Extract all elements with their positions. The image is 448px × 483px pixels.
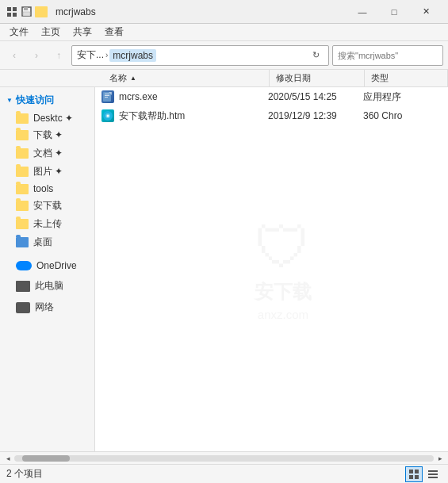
svg-rect-16 [415, 470, 419, 473]
column-headers: 名称 ▲ 修改日期 类型 [0, 70, 448, 87]
network-icon [16, 302, 30, 313]
svg-rect-17 [409, 475, 413, 479]
pics-folder-icon [16, 167, 29, 177]
thispc-icon [16, 281, 30, 292]
sidebar-item-downloads[interactable]: 下载 ✦ [0, 126, 94, 144]
main-content: ▼ 快速访问 Desktc ✦ 下载 ✦ 文档 ✦ 图片 ✦ tools 安下载 [0, 87, 448, 451]
scroll-track[interactable] [14, 455, 434, 462]
status-count: 2 个项目 [6, 467, 43, 481]
svg-rect-3 [13, 13, 17, 17]
svg-rect-0 [7, 7, 11, 11]
list-view-button[interactable] [424, 466, 442, 482]
file-date-cell: 2019/12/9 12:39 [268, 110, 363, 121]
menu-file[interactable]: 文件 [3, 24, 35, 40]
svg-rect-5 [24, 7, 28, 10]
sort-arrow: ▲ [130, 75, 136, 82]
status-bar: 2 个项目 [0, 464, 448, 483]
svg-rect-2 [7, 13, 11, 17]
watermark: 🛡 安下载 anxz.com [255, 218, 312, 320]
refresh-button[interactable]: ↻ [308, 48, 324, 63]
window-controls: — □ ✕ [347, 0, 442, 24]
chevron-down-icon: ▼ [6, 97, 13, 104]
file-type-cell: 360 Chro [363, 110, 442, 121]
maximize-button[interactable]: □ [378, 0, 410, 24]
file-date-cell: 2020/5/15 14:25 [268, 91, 363, 102]
file-row[interactable]: mcrs.exe 2020/5/15 14:25 应用程序 [95, 87, 448, 106]
sidebar-item-tools[interactable]: tools [0, 181, 94, 197]
svg-rect-18 [415, 475, 419, 479]
nav-bar: ‹ › ↑ 安下... › mcrjwabs ↻ 🔍 [0, 41, 448, 70]
col-header-name[interactable]: 名称 ▲ [103, 70, 270, 86]
system-icon [6, 6, 17, 17]
path-separator: › [105, 51, 108, 59]
view-mode-buttons [405, 466, 442, 482]
file-list: 🛡 安下载 anxz.com mcrs.exe 2020/5/15 14:2 [95, 87, 448, 451]
sidebar-item-onedrive[interactable]: OneDrive [0, 258, 94, 274]
search-box[interactable]: 🔍 [332, 45, 443, 66]
svg-rect-15 [409, 470, 413, 473]
sidebar-item-docs[interactable]: 文档 ✦ [0, 144, 94, 163]
horizontal-scrollbar[interactable]: ◂ ▸ [0, 451, 448, 464]
downloads-folder-icon [16, 130, 29, 140]
window-title: mcrjwabs [56, 6, 347, 17]
quick-access-header[interactable]: ▼ 快速访问 [0, 90, 94, 110]
watermark-shield-icon: 🛡 [255, 218, 312, 275]
exe-icon [101, 90, 114, 103]
desktop-folder-icon [16, 113, 29, 124]
title-bar-icons [6, 6, 49, 17]
watermark-brand-text: 安下载 [255, 278, 312, 304]
path-part-1: 安下... [77, 48, 104, 62]
menu-view[interactable]: 查看 [98, 24, 130, 40]
weishangchuan-folder-icon [16, 219, 29, 229]
address-bar[interactable]: 安下... › mcrjwabs ↻ [71, 45, 329, 66]
grid-view-button[interactable] [405, 466, 423, 482]
col-header-type[interactable]: 类型 [365, 70, 448, 86]
up-button[interactable]: ↑ [49, 46, 68, 65]
sidebar-item-zhuomian[interactable]: 桌面 [0, 233, 94, 251]
address-path: 安下... › mcrjwabs [77, 48, 304, 62]
scroll-left-arrow[interactable]: ◂ [2, 452, 14, 465]
svg-rect-1 [13, 7, 17, 11]
tools-folder-icon [16, 184, 29, 194]
anzaixia-folder-icon [16, 201, 29, 211]
svg-rect-21 [428, 477, 438, 478]
htm-icon [101, 109, 114, 122]
col-header-date[interactable]: 修改日期 [270, 70, 365, 86]
forward-button[interactable]: › [27, 46, 46, 65]
sidebar-item-pics[interactable]: 图片 ✦ [0, 163, 94, 181]
sidebar-item-network[interactable]: 网络 [0, 298, 94, 316]
sidebar-item-anzaixia[interactable]: 安下载 [0, 197, 94, 215]
search-input[interactable] [338, 51, 447, 60]
back-button[interactable]: ‹ [5, 46, 24, 65]
svg-rect-8 [105, 94, 109, 94]
svg-rect-6 [23, 12, 30, 16]
file-type-cell: 应用程序 [363, 90, 442, 104]
path-current: mcrjwabs [109, 49, 156, 62]
svg-rect-20 [428, 473, 438, 475]
file-name-cell: 安下载帮助.htm [101, 109, 268, 123]
menu-bar: 文件 主页 共享 查看 [0, 24, 448, 41]
sidebar: ▼ 快速访问 Desktc ✦ 下载 ✦ 文档 ✦ 图片 ✦ tools 安下载 [0, 87, 95, 451]
file-name-cell: mcrs.exe [101, 90, 268, 103]
menu-share[interactable]: 共享 [67, 24, 98, 40]
svg-point-14 [107, 115, 109, 117]
title-bar: mcrjwabs — □ ✕ [0, 0, 448, 24]
svg-rect-10 [105, 97, 108, 98]
sidebar-item-desktop[interactable]: Desktc ✦ [0, 110, 94, 126]
folder-title-icon [35, 6, 48, 17]
onedrive-icon [16, 261, 32, 270]
docs-folder-icon [16, 148, 29, 159]
sidebar-item-thispc[interactable]: 此电脑 [0, 277, 94, 295]
sidebar-item-weishangchuan[interactable]: 未上传 [0, 215, 94, 233]
watermark-url-text: anxz.com [258, 307, 308, 320]
close-button[interactable]: ✕ [410, 0, 442, 24]
svg-rect-9 [105, 95, 109, 96]
save-icon [21, 6, 32, 17]
svg-rect-19 [428, 470, 438, 472]
minimize-button[interactable]: — [347, 0, 378, 24]
zhuomian-folder-icon [16, 237, 29, 247]
scroll-thumb[interactable] [22, 455, 70, 462]
scroll-right-arrow[interactable]: ▸ [434, 452, 446, 465]
file-row[interactable]: 安下载帮助.htm 2019/12/9 12:39 360 Chro [95, 106, 448, 125]
menu-home[interactable]: 主页 [35, 24, 67, 40]
